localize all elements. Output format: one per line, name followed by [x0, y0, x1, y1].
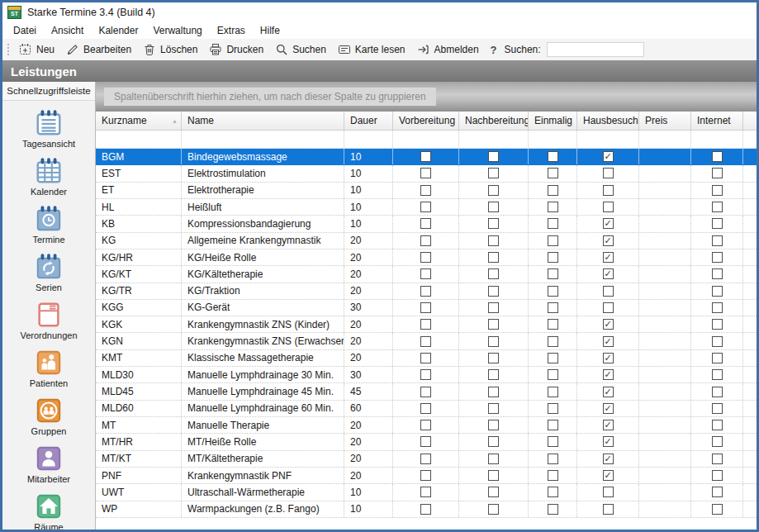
- filter-cell-preis[interactable]: [639, 131, 691, 148]
- vorbereitung-checkbox[interactable]: [420, 436, 431, 447]
- sidebar-item-mitarbeiter[interactable]: Mitarbeiter: [2, 441, 95, 489]
- table-row[interactable]: MLD60Manuelle Lymphdrainage 60 Min.60✓: [96, 401, 757, 417]
- hausbesuch-checkbox[interactable]: ✓: [603, 420, 614, 430]
- vorbereitung-checkbox[interactable]: [420, 202, 431, 212]
- table-row[interactable]: HLHeißluft10: [96, 199, 757, 216]
- nachbereitung-checkbox[interactable]: [488, 403, 499, 414]
- vorbereitung-checkbox[interactable]: [420, 252, 431, 263]
- toolbar-button-suchen[interactable]: Suchen: [269, 40, 332, 59]
- table-row[interactable]: MLD30Manuelle Lymphdrainage 30 Min.30✓: [96, 367, 757, 383]
- nachbereitung-checkbox[interactable]: [488, 151, 499, 162]
- toolbar-button-abmelden[interactable]: Abmelden: [411, 40, 485, 59]
- vorbereitung-checkbox[interactable]: [420, 420, 431, 430]
- internet-checkbox[interactable]: [712, 470, 723, 481]
- toolbar-button-drucken[interactable]: Drucken: [203, 40, 269, 59]
- hausbesuch-checkbox[interactable]: ✓: [603, 369, 614, 380]
- vorbereitung-checkbox[interactable]: [420, 353, 431, 363]
- hausbesuch-checkbox[interactable]: ✓: [603, 336, 614, 347]
- internet-checkbox[interactable]: [712, 202, 723, 212]
- filter-cell-dauer[interactable]: [344, 131, 393, 148]
- nachbereitung-checkbox[interactable]: [488, 302, 499, 313]
- column-header-einmalig[interactable]: Einmalig: [529, 112, 577, 130]
- hausbesuch-checkbox[interactable]: [603, 202, 614, 212]
- vorbereitung-checkbox[interactable]: [420, 286, 431, 297]
- hausbesuch-checkbox[interactable]: [603, 286, 614, 297]
- vorbereitung-checkbox[interactable]: [420, 504, 431, 515]
- table-row[interactable]: BGMBindegewebsmassage10✓: [96, 149, 757, 165]
- table-row[interactable]: MT/HRMT/Heiße Rolle20✓: [96, 434, 757, 450]
- menu-item-hilfe[interactable]: Hilfe: [253, 23, 287, 38]
- nachbereitung-checkbox[interactable]: [488, 387, 499, 397]
- table-row[interactable]: ETElektrotherapie10: [96, 183, 757, 199]
- hausbesuch-checkbox[interactable]: ✓: [603, 218, 614, 229]
- toolbar-button-bearbeiten[interactable]: Bearbeiten: [60, 40, 137, 59]
- internet-checkbox[interactable]: [712, 252, 723, 263]
- internet-checkbox[interactable]: [712, 286, 723, 297]
- hausbesuch-checkbox[interactable]: [603, 487, 614, 497]
- toolbar-button-hilfe[interactable]: ?: [485, 41, 503, 59]
- nachbereitung-checkbox[interactable]: [488, 353, 499, 363]
- column-header-preis[interactable]: Preis: [639, 112, 691, 130]
- nachbereitung-checkbox[interactable]: [488, 235, 499, 246]
- filter-cell-hausbesuch[interactable]: [577, 131, 639, 148]
- nachbereitung-checkbox[interactable]: [488, 185, 499, 196]
- vorbereitung-checkbox[interactable]: [420, 268, 431, 279]
- internet-checkbox[interactable]: [712, 436, 723, 447]
- nachbereitung-checkbox[interactable]: [488, 168, 499, 178]
- vorbereitung-checkbox[interactable]: [420, 336, 431, 347]
- nachbereitung-checkbox[interactable]: [488, 319, 499, 330]
- vorbereitung-checkbox[interactable]: [420, 470, 431, 481]
- table-row[interactable]: KG/TRKG/Traktion20: [96, 283, 757, 300]
- vorbereitung-checkbox[interactable]: [420, 168, 431, 178]
- internet-checkbox[interactable]: [712, 504, 723, 515]
- internet-checkbox[interactable]: [712, 218, 723, 229]
- internet-checkbox[interactable]: [712, 454, 723, 464]
- vorbereitung-checkbox[interactable]: [420, 151, 431, 162]
- filter-cell-kurzname[interactable]: [96, 131, 182, 148]
- sidebar-item-patienten[interactable]: Patienten: [2, 345, 95, 393]
- einmalig-checkbox[interactable]: [548, 185, 558, 196]
- filter-cell-nachbereitung[interactable]: [459, 131, 529, 148]
- vorbereitung-checkbox[interactable]: [420, 387, 431, 397]
- hausbesuch-checkbox[interactable]: ✓: [603, 235, 614, 246]
- einmalig-checkbox[interactable]: [548, 353, 558, 363]
- internet-checkbox[interactable]: [712, 319, 723, 330]
- vorbereitung-checkbox[interactable]: [420, 302, 431, 313]
- nachbereitung-checkbox[interactable]: [488, 268, 499, 279]
- hausbesuch-checkbox[interactable]: ✓: [603, 252, 614, 263]
- internet-checkbox[interactable]: [712, 185, 723, 196]
- einmalig-checkbox[interactable]: [548, 168, 558, 178]
- table-row[interactable]: KGNKrankengymnastik ZNS (Erwachsene)20✓: [96, 333, 757, 349]
- toolbar-search-input[interactable]: [547, 42, 644, 57]
- toolbar-button-karte-lesen[interactable]: Karte lesen: [332, 40, 411, 59]
- einmalig-checkbox[interactable]: [548, 235, 558, 246]
- internet-checkbox[interactable]: [712, 403, 723, 414]
- einmalig-checkbox[interactable]: [548, 151, 558, 162]
- einmalig-checkbox[interactable]: [548, 387, 558, 397]
- column-header-name[interactable]: Name: [182, 112, 344, 130]
- hausbesuch-checkbox[interactable]: [603, 185, 614, 196]
- menu-item-kalender[interactable]: Kalender: [91, 23, 145, 38]
- internet-checkbox[interactable]: [712, 487, 723, 497]
- table-row[interactable]: MLD45Manuelle Lymphdrainage 45 Min.45✓: [96, 383, 757, 400]
- vorbereitung-checkbox[interactable]: [420, 369, 431, 380]
- einmalig-checkbox[interactable]: [548, 286, 558, 297]
- table-row[interactable]: WPWarmpackungen (z.B. Fango)10: [96, 501, 757, 518]
- sidebar-item-verordnungen[interactable]: Verordnungen: [2, 297, 95, 345]
- table-row[interactable]: KBKompressionsbandagierung10✓: [96, 216, 757, 232]
- internet-checkbox[interactable]: [712, 268, 723, 279]
- internet-checkbox[interactable]: [712, 353, 723, 363]
- table-row[interactable]: KMTKlassische Massagetherapie20✓: [96, 350, 757, 367]
- nachbereitung-checkbox[interactable]: [488, 420, 499, 430]
- menu-item-ansicht[interactable]: Ansicht: [44, 23, 91, 38]
- internet-checkbox[interactable]: [712, 387, 723, 397]
- einmalig-checkbox[interactable]: [548, 504, 558, 515]
- column-header-internet[interactable]: Internet: [691, 112, 743, 130]
- table-row[interactable]: KG/HRKG/Heiße Rolle20✓: [96, 249, 757, 266]
- vorbereitung-checkbox[interactable]: [420, 235, 431, 246]
- nachbereitung-checkbox[interactable]: [488, 336, 499, 347]
- sidebar-item-termine[interactable]: Termine: [2, 202, 95, 249]
- table-row[interactable]: UWTUltraschall-Wärmetherapie10: [96, 484, 757, 501]
- hausbesuch-checkbox[interactable]: ✓: [603, 403, 614, 414]
- vorbereitung-checkbox[interactable]: [420, 403, 431, 414]
